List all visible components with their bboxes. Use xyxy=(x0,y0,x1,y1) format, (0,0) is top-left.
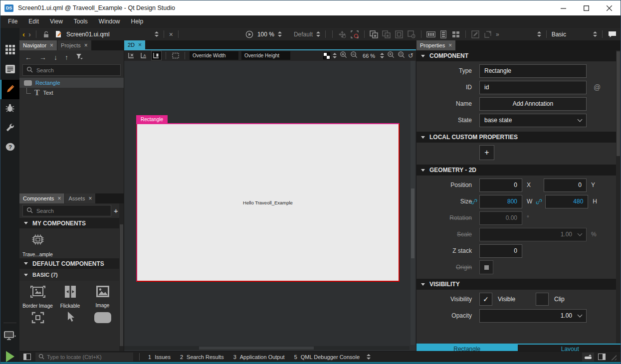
toolbar-overflow-icon[interactable]: » xyxy=(496,31,499,38)
maximize-button[interactable] xyxy=(575,0,598,15)
close-icon[interactable]: × xyxy=(448,42,452,49)
artboard-text[interactable]: Hello Traveoll_Example xyxy=(137,200,399,205)
component-history-icon[interactable] xyxy=(407,30,416,39)
position-x-field[interactable] xyxy=(479,179,522,192)
basic-section-header[interactable]: BASIC (7) xyxy=(19,269,124,281)
projects-mode-button[interactable] xyxy=(0,119,19,138)
window-resize-grip[interactable] xyxy=(610,354,617,361)
zoom-in-icon[interactable] xyxy=(340,51,347,60)
selection-recorder-icon[interactable] xyxy=(350,30,359,39)
canvas-vertical-scrollbar[interactable] xyxy=(411,61,415,345)
close-icon[interactable]: × xyxy=(57,195,61,202)
properties-scrollbar[interactable] xyxy=(616,50,621,344)
export-icon[interactable] xyxy=(483,30,492,39)
origin-selector-button[interactable] xyxy=(479,260,493,274)
layout-grid-icon[interactable] xyxy=(451,30,460,39)
move-left-icon[interactable]: ← xyxy=(25,53,32,61)
visibility-section-header[interactable]: VISIBILITY xyxy=(416,279,616,290)
run-button[interactable] xyxy=(6,351,14,362)
close-icon[interactable]: × xyxy=(138,41,142,48)
id-field[interactable] xyxy=(479,81,587,94)
filter-icon[interactable] xyxy=(76,53,83,61)
component-item-mouse-area[interactable] xyxy=(54,311,86,326)
canvas-horizontal-scrollbar[interactable] xyxy=(124,346,410,350)
move-down-icon[interactable]: ↓ xyxy=(54,53,57,61)
style-selector[interactable]: Default xyxy=(294,31,313,38)
add-annotation-button[interactable]: Add Annotation xyxy=(479,97,587,111)
opacity-dropdown[interactable]: 1.00 xyxy=(479,309,587,323)
tab-2d[interactable]: 2D × xyxy=(124,40,146,49)
close-document-icon[interactable]: × xyxy=(169,31,173,38)
my-components-header[interactable]: MY COMPONENTS xyxy=(19,218,124,228)
zstack-field[interactable] xyxy=(479,244,522,258)
add-custom-property-button[interactable]: + xyxy=(479,145,494,160)
override-width-field[interactable] xyxy=(190,51,238,60)
toggle-right-sidebar-icon[interactable] xyxy=(598,354,606,360)
annotation-at-icon[interactable]: @ xyxy=(594,83,601,91)
default-components-header[interactable]: DEFAULT COMPONENTS xyxy=(19,258,124,269)
tree-item-text[interactable]: T Text xyxy=(19,88,124,98)
component-item-traveoll-example[interactable]: Trave...ample xyxy=(21,232,54,257)
create-component-icon[interactable] xyxy=(370,30,379,39)
menu-tools[interactable]: Tools xyxy=(68,15,93,28)
width-field[interactable] xyxy=(479,195,522,208)
close-button[interactable] xyxy=(598,0,621,15)
document-selector-spinner[interactable] xyxy=(155,31,159,37)
zoom-fit-icon[interactable] xyxy=(387,51,395,60)
run-preview-icon[interactable] xyxy=(245,30,254,39)
open-document-name[interactable]: Screen01.ui.qml xyxy=(66,31,110,38)
design-canvas[interactable]: Rectangle Hello Traveoll_Example xyxy=(124,61,416,351)
back-icon[interactable]: ‹ xyxy=(22,30,25,38)
minimize-button[interactable] xyxy=(552,0,575,15)
toggle-left-sidebar-icon[interactable] xyxy=(23,354,31,360)
artboard-rectangle[interactable]: Rectangle Hello Traveoll_Example xyxy=(136,123,400,282)
style-selector-spinner[interactable] xyxy=(316,31,320,37)
progress-details-icon[interactable] xyxy=(582,353,594,362)
application-output-pane-button[interactable]: 3 Application Output xyxy=(231,354,287,360)
locator-input[interactable] xyxy=(47,354,130,360)
create-component-instance-icon[interactable] xyxy=(382,30,391,39)
components-search-input[interactable] xyxy=(36,208,107,214)
rotation-field[interactable] xyxy=(479,211,522,225)
kit-selector-button[interactable] xyxy=(0,327,19,347)
component-item-flickable[interactable]: Flickable xyxy=(54,285,86,309)
close-icon[interactable]: × xyxy=(50,42,53,49)
merge-template-icon[interactable] xyxy=(395,30,404,39)
layout-row-icon[interactable] xyxy=(426,30,435,39)
components-scrollbar[interactable] xyxy=(119,203,124,351)
tab-assets[interactable]: Assets × xyxy=(65,193,96,203)
position-y-field[interactable] xyxy=(544,179,587,192)
clip-checkbox[interactable] xyxy=(536,293,549,306)
menu-help[interactable]: Help xyxy=(126,15,149,28)
tab-layout-properties[interactable]: Layout xyxy=(520,345,621,351)
edit-annotation-icon[interactable] xyxy=(471,30,480,39)
component-item-rectangle[interactable] xyxy=(86,311,119,326)
reset-view-icon[interactable]: ↺ xyxy=(408,52,414,59)
component-item-border-image[interactable]: Border Image xyxy=(21,285,54,309)
lock-icon[interactable] xyxy=(41,30,50,39)
forward-icon[interactable]: › xyxy=(28,30,31,38)
output-pane-spinner[interactable] xyxy=(367,354,371,360)
qml-debugger-console-pane-button[interactable]: 5 QML Debugger Console xyxy=(292,354,362,360)
tab-properties[interactable]: Properties × xyxy=(416,40,456,50)
type-field[interactable] xyxy=(479,64,587,78)
override-height-field[interactable] xyxy=(241,51,290,60)
menu-edit[interactable]: Edit xyxy=(23,15,44,28)
canvas-zoom-spinner[interactable] xyxy=(380,53,384,58)
search-results-pane-button[interactable]: 2 Search Results xyxy=(178,354,226,360)
tree-item-rectangle[interactable]: Rectangle xyxy=(19,78,124,88)
navigator-search[interactable] xyxy=(22,64,121,76)
zoom-selection-icon[interactable] xyxy=(398,51,405,60)
workspace-selector[interactable]: Basic xyxy=(552,31,566,38)
menu-file[interactable]: File xyxy=(2,15,23,28)
background-spinner[interactable] xyxy=(333,53,337,58)
tab-components[interactable]: Components × xyxy=(19,193,65,203)
visible-checkbox[interactable]: ✓ xyxy=(479,293,492,306)
menu-window[interactable]: Window xyxy=(93,15,126,28)
tab-rectangle-properties[interactable]: Rectangle xyxy=(416,345,518,351)
geometry-section-header[interactable]: GEOMETRY - 2D xyxy=(416,165,616,176)
components-search[interactable] xyxy=(22,205,111,216)
annotation-bubble-icon[interactable] xyxy=(608,30,617,39)
preview-zoom-spinner[interactable] xyxy=(278,31,282,37)
height-link-icon[interactable] xyxy=(532,198,545,205)
